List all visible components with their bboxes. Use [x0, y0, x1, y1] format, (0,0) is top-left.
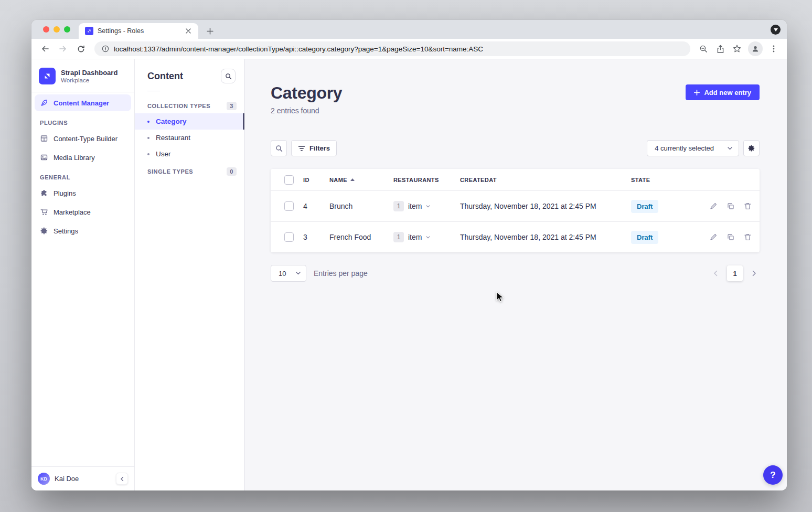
row-checkbox[interactable] — [284, 232, 294, 242]
app-name: Strapi Dashboard — [61, 69, 117, 77]
bullet-icon — [147, 137, 149, 139]
next-page-button[interactable] — [749, 268, 760, 279]
sidebar-item-plugins[interactable]: Plugins — [35, 185, 131, 201]
strapi-favicon-icon — [85, 27, 93, 35]
cell-state: Draft — [631, 231, 692, 244]
collection-types-header: COLLECTION TYPES 3 — [135, 97, 244, 113]
column-header-id[interactable]: ID — [303, 177, 329, 183]
back-button[interactable] — [37, 40, 54, 57]
subnav-item-label: Category — [156, 118, 187, 125]
visible-columns-value: 4 currently selected — [655, 144, 714, 152]
forward-button[interactable] — [55, 40, 71, 57]
table-search-button[interactable] — [271, 140, 287, 156]
visible-columns-select[interactable]: 4 currently selected — [647, 140, 739, 156]
sidebar-user-footer: KD Kai Doe — [31, 466, 134, 490]
layout-icon — [40, 134, 48, 143]
column-header-state[interactable]: STATE — [631, 177, 692, 183]
subnav-divider — [147, 91, 160, 91]
sidebar-item-marketplace[interactable]: Marketplace — [35, 204, 131, 220]
add-new-entry-button[interactable]: Add new entry — [686, 84, 760, 100]
edit-pencil-icon[interactable] — [710, 233, 717, 241]
strapi-logo-icon — [39, 68, 56, 84]
puzzle-icon — [40, 189, 48, 197]
sidebar-item-content-manager[interactable]: Content Manager — [35, 94, 131, 111]
workspace-brand: Strapi Dashboard Workplace — [31, 59, 134, 92]
tab-close-icon[interactable] — [184, 26, 193, 36]
filter-icon — [298, 145, 305, 152]
previous-page-button[interactable] — [710, 268, 721, 279]
feather-pen-icon — [40, 99, 48, 107]
cell-name: French Food — [329, 233, 393, 241]
browser-profile-avatar[interactable] — [748, 41, 763, 56]
chevron-down-icon — [296, 272, 301, 275]
fullscreen-window-button[interactable] — [64, 26, 70, 33]
subnav-item-restaurant[interactable]: Restaurant — [135, 130, 244, 146]
cell-createdat: Thursday, November 18, 2021 at 2:45 PM — [460, 233, 631, 241]
duplicate-icon[interactable] — [727, 233, 734, 241]
subnav-title: Content — [147, 71, 183, 82]
pagination: 1 — [710, 265, 760, 281]
add-new-entry-label: Add new entry — [704, 89, 751, 97]
table-settings-button[interactable] — [743, 140, 760, 156]
edit-pencil-icon[interactable] — [710, 202, 717, 210]
relation-count-badge: 1 — [393, 232, 404, 242]
subnav-item-user[interactable]: User — [135, 146, 244, 162]
site-info-icon[interactable] — [102, 45, 109, 52]
duplicate-icon[interactable] — [727, 202, 734, 210]
bookmark-star-icon[interactable] — [729, 41, 745, 57]
status-badge: Draft — [631, 231, 658, 244]
cell-id: 4 — [303, 202, 329, 210]
browser-menu-icon[interactable] — [766, 41, 782, 57]
browser-window: Settings - Roles localhost:1337/admin/co… — [31, 20, 787, 490]
sidebar-item-content-type-builder[interactable]: Content-Type Builder — [35, 130, 131, 147]
share-icon[interactable] — [712, 41, 728, 57]
user-avatar: KD — [38, 473, 50, 485]
url-bar[interactable]: localhost:1337/admin/content-manager/col… — [94, 41, 690, 56]
cell-state: Draft — [631, 200, 692, 213]
column-header-name[interactable]: NAME — [329, 177, 393, 183]
tab-search-button[interactable] — [771, 25, 781, 35]
entries-count: 2 entries found — [271, 106, 342, 115]
trash-icon[interactable] — [744, 233, 751, 241]
new-tab-button[interactable] — [202, 24, 217, 38]
chevron-down-icon[interactable] — [426, 205, 430, 208]
page-number-button[interactable]: 1 — [727, 265, 743, 281]
select-all-checkbox[interactable] — [284, 175, 294, 185]
browser-tab[interactable]: Settings - Roles — [79, 23, 198, 39]
column-header-createdat[interactable]: CREATEDAT — [460, 177, 631, 183]
reload-button[interactable] — [72, 40, 89, 57]
cell-restaurants[interactable]: 1 item — [393, 201, 460, 211]
page-size-select[interactable]: 10 — [271, 265, 306, 282]
sidebar-item-label: Plugins — [54, 189, 76, 197]
table-header-row: ID NAME RESTAURANTS CREATEDAT STATE — [271, 169, 760, 190]
single-types-label: SINGLE TYPES — [147, 168, 193, 175]
row-actions — [692, 233, 751, 241]
table-row[interactable]: 4 Brunch 1 item Thursday, November 18, 2… — [271, 190, 760, 221]
filters-button[interactable]: Filters — [291, 140, 337, 156]
trash-icon[interactable] — [744, 202, 751, 210]
row-actions — [692, 202, 751, 210]
subnav-item-category[interactable]: Category — [135, 113, 244, 130]
help-button[interactable]: ? — [763, 465, 783, 485]
column-header-restaurants[interactable]: RESTAURANTS — [393, 177, 460, 183]
subnav-search-button[interactable] — [221, 69, 236, 83]
cell-createdat: Thursday, November 18, 2021 at 2:45 PM — [460, 202, 631, 210]
url-text: localhost:1337/admin/content-manager/col… — [114, 45, 483, 53]
minimize-window-button[interactable] — [54, 26, 60, 33]
cell-restaurants[interactable]: 1 item — [393, 232, 460, 242]
main-content: Category 2 entries found Add new entry — [244, 59, 787, 490]
cart-icon — [40, 208, 48, 216]
image-icon — [40, 153, 48, 162]
user-name: Kai Doe — [55, 475, 79, 483]
subnav-item-label: Restaurant — [156, 134, 190, 142]
row-checkbox[interactable] — [284, 201, 294, 211]
sidebar-item-settings[interactable]: Settings — [35, 222, 131, 239]
zoom-icon[interactable] — [696, 41, 711, 57]
plus-icon — [694, 90, 700, 95]
subnav-item-label: User — [156, 150, 171, 158]
table-row[interactable]: 3 French Food 1 item Thursday, November … — [271, 221, 760, 252]
collapse-sidebar-button[interactable] — [116, 473, 128, 485]
close-window-button[interactable] — [43, 26, 49, 33]
sidebar-item-media-library[interactable]: Media Library — [35, 149, 131, 166]
chevron-down-icon[interactable] — [426, 236, 430, 239]
